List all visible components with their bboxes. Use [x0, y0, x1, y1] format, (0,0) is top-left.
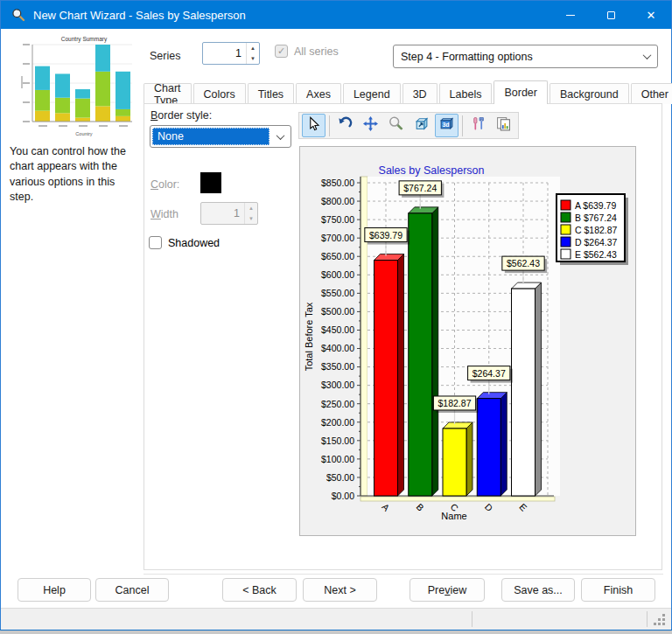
- series-spin-up-icon[interactable]: ▲: [247, 43, 259, 53]
- border-width-label: Width: [150, 208, 178, 220]
- resize-grip[interactable]: [654, 614, 656, 617]
- svg-text:Country Summary: Country Summary: [61, 36, 108, 43]
- svg-text:$200.00: $200.00: [321, 417, 354, 428]
- pointer-tool-button[interactable]: [302, 114, 326, 137]
- svg-text:A: A: [380, 501, 391, 512]
- tab-colors[interactable]: Colors: [193, 83, 246, 104]
- move-tool-button[interactable]: [359, 114, 382, 137]
- finish-button[interactable]: Finish: [581, 578, 655, 602]
- svg-text:$800.00: $800.00: [321, 196, 354, 206]
- depth-tool-button[interactable]: [410, 114, 433, 137]
- series-label: Series: [150, 50, 180, 62]
- maximize-icon: [607, 11, 615, 19]
- tab-3d[interactable]: 3D: [402, 83, 438, 104]
- svg-text:$750.00: $750.00: [321, 214, 354, 225]
- series-value[interactable]: 1: [203, 43, 246, 64]
- help-button[interactable]: Help: [18, 578, 91, 602]
- chart-preview[interactable]: $0.00$50.00$100.00$150.00$200.00$250.00$…: [299, 146, 636, 536]
- width-spin-up-icon[interactable]: ▲: [245, 203, 257, 213]
- chevron-down-icon: [642, 51, 651, 59]
- svg-text:$350.00: $350.00: [321, 361, 354, 372]
- maximize-button[interactable]: [591, 1, 631, 29]
- svg-text:$400.00: $400.00: [321, 343, 354, 353]
- border-color-label: Color:: [150, 178, 179, 191]
- svg-text:Country: Country: [75, 131, 93, 136]
- 3d-tool-button[interactable]: 3d: [435, 114, 458, 137]
- thumbnail-chart-svg: Country SummaryCountry: [20, 34, 137, 143]
- tab-legend[interactable]: Legend: [343, 83, 401, 104]
- step-selector-value: Step 4 - Formatting options: [394, 51, 636, 63]
- svg-text:$250.00: $250.00: [321, 399, 354, 409]
- preview-button[interactable]: Preview: [410, 578, 485, 602]
- tab-titles[interactable]: Titles: [248, 83, 294, 104]
- title-bar[interactable]: New Chart Wizard - Sales by Salesperson …: [1, 1, 671, 29]
- chart-toolbar: 3d: [298, 112, 519, 139]
- depth-icon: [414, 116, 429, 135]
- svg-text:B: B: [415, 501, 426, 512]
- gallery-icon: [496, 116, 511, 135]
- border-width-value[interactable]: 1: [201, 203, 244, 224]
- dropdown-area[interactable]: [270, 126, 290, 147]
- svg-text:B $767.24: B $767.24: [575, 212, 617, 223]
- chart-thumbnail: Country SummaryCountry: [20, 34, 137, 143]
- properties-tool-button[interactable]: [466, 114, 490, 137]
- svg-text:$182.87: $182.87: [438, 398, 472, 408]
- back-button[interactable]: < Back: [222, 578, 297, 602]
- undo-rotate-tool-button[interactable]: [333, 114, 357, 137]
- save-as-button[interactable]: Save as...: [501, 578, 575, 602]
- svg-text:D $264.37: D $264.37: [575, 237, 618, 247]
- border-width-spinner[interactable]: 1 ▲▼: [200, 202, 258, 225]
- chevron-down-icon: [276, 131, 284, 140]
- svg-text:$700.00: $700.00: [321, 233, 354, 243]
- zoom-tool-button[interactable]: [384, 114, 408, 137]
- series-spin-down-icon[interactable]: ▼: [247, 53, 259, 64]
- border-style-value: None: [152, 128, 270, 145]
- border-color-swatch[interactable]: [200, 172, 221, 193]
- border-style-dropdown[interactable]: None: [150, 125, 291, 148]
- svg-text:E $562.43: E $562.43: [575, 249, 617, 260]
- all-series-checkbox[interactable]: ✓ All series: [275, 45, 339, 58]
- svg-text:$0.00: $0.00: [332, 491, 354, 501]
- pointer-icon: [306, 116, 321, 135]
- magnifier-wizard-icon: [11, 8, 25, 22]
- step-selector-dropdown[interactable]: Step 4 - Formatting options: [393, 45, 658, 68]
- tab-axes[interactable]: Axes: [296, 83, 341, 104]
- close-icon: ✕: [647, 10, 656, 21]
- tab-other[interactable]: Other: [631, 83, 672, 104]
- minimize-button[interactable]: [550, 1, 591, 29]
- svg-text:$767.24: $767.24: [403, 183, 437, 193]
- svg-text:$50.00: $50.00: [326, 472, 354, 483]
- tab-border[interactable]: Border: [494, 80, 548, 104]
- svg-text:$264.37: $264.37: [472, 368, 506, 379]
- svg-text:$650.00: $650.00: [321, 251, 354, 261]
- svg-text:A $639.79: A $639.79: [575, 200, 616, 211]
- shadowed-checkbox[interactable]: Shadowed: [149, 236, 220, 249]
- svg-text:$500.00: $500.00: [321, 306, 354, 317]
- gallery-tool-button[interactable]: [492, 114, 515, 137]
- chart-preview-svg: $0.00$50.00$100.00$150.00$200.00$250.00$…: [300, 147, 635, 535]
- cancel-button[interactable]: Cancel: [95, 578, 169, 602]
- dropdown-area[interactable]: [636, 45, 657, 67]
- tab-background[interactable]: Background: [550, 83, 629, 104]
- width-spin-down-icon[interactable]: ▼: [245, 213, 257, 224]
- wizard-dialog: New Chart Wizard - Sales by Salesperson …: [0, 0, 672, 631]
- checkbox-check-icon: ✓: [275, 45, 288, 58]
- zoom-icon: [388, 116, 403, 135]
- window-title: New Chart Wizard - Sales by Salesperson: [33, 9, 246, 22]
- toolbar-separator: [329, 115, 330, 136]
- svg-text:Total Before Tax: Total Before Tax: [304, 302, 314, 371]
- svg-text:$639.79: $639.79: [369, 230, 402, 240]
- series-spinner[interactable]: 1 ▲▼: [202, 42, 260, 65]
- close-button[interactable]: ✕: [631, 1, 671, 29]
- tab-chart-type[interactable]: Chart Type: [144, 83, 192, 104]
- dialog-body: Country SummaryCountry You can control h…: [1, 29, 671, 608]
- status-separator: [647, 611, 648, 627]
- tab-labels[interactable]: Labels: [439, 83, 493, 104]
- border-style-label: Border style:: [150, 109, 212, 122]
- svg-text:$450.00: $450.00: [321, 324, 354, 335]
- status-bar: [1, 608, 671, 630]
- next-button[interactable]: Next >: [303, 578, 377, 602]
- step-description: You can control how the chart appears wi…: [10, 144, 141, 205]
- all-series-label: All series: [294, 45, 339, 58]
- svg-text:D: D: [483, 501, 495, 513]
